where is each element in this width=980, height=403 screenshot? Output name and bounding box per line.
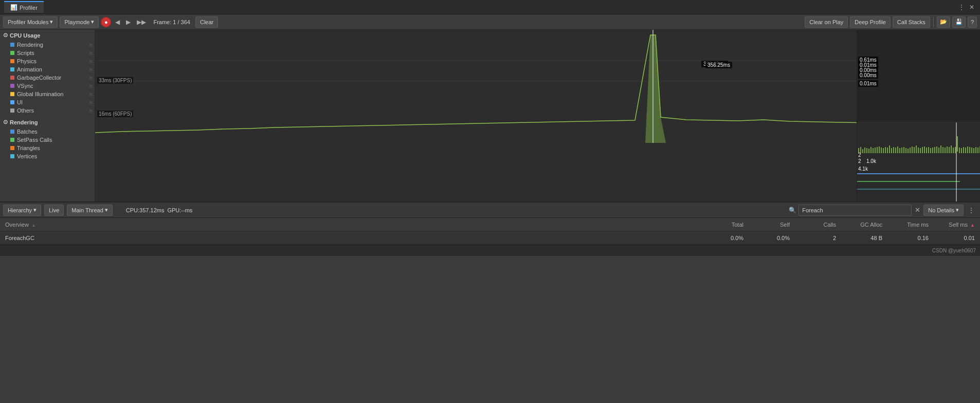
fps-60-label: 16ms (60FPS) <box>97 111 133 117</box>
deep-profile-button[interactable]: Deep Profile <box>850 16 891 28</box>
toolbar-separator <box>933 17 934 27</box>
physics-color-dot <box>10 59 14 63</box>
hierarchy-dropdown[interactable]: Hierarchy ▾ <box>3 205 41 216</box>
cell-self: 0.0% <box>747 235 793 241</box>
scripts-color-dot <box>10 51 14 55</box>
more-options-icon[interactable]: ⋮ <box>957 3 966 11</box>
hierarchy-label: Hierarchy <box>8 207 32 213</box>
live-button[interactable]: Live <box>44 205 64 216</box>
svg-rect-57 <box>961 148 962 153</box>
rendering-section-label: Rendering <box>10 119 38 125</box>
record-button[interactable]: ● <box>101 17 111 27</box>
mini-label-4k: 4.1k <box>858 166 868 172</box>
deep-profile-label: Deep Profile <box>855 19 886 25</box>
col-header-calls[interactable]: Calls <box>793 222 839 228</box>
rendering-section-icon: ⊙ <box>3 119 8 125</box>
more-options-button[interactable]: ⋮ <box>966 206 977 214</box>
vsync-color-dot <box>10 84 14 88</box>
rendering-section-header[interactable]: ⊙ Rendering <box>0 117 95 127</box>
batches-color-dot <box>10 130 14 134</box>
svg-rect-44 <box>934 147 935 153</box>
record-icon: ● <box>104 19 108 25</box>
col-header-self-ms[interactable]: Self ms ▲ <box>932 222 978 228</box>
mini-tooltip-right: 0.01ms <box>858 80 878 87</box>
svg-rect-18 <box>881 148 882 153</box>
frame-counter: Frame: 1 / 364 <box>150 19 193 25</box>
gi-label: Global Illumination <box>17 91 64 97</box>
toolbar-right: Clear on Play Deep Profile Call Stacks 📂… <box>805 16 977 28</box>
toolbar: Profiler Modules ▾ Playmode ▾ ● ◀ ▶ ▶▶ F… <box>0 14 980 30</box>
col-header-gc-alloc[interactable]: GC Alloc <box>839 222 885 228</box>
svg-rect-43 <box>932 148 933 153</box>
svg-rect-36 <box>918 148 919 153</box>
sidebar-item-ui[interactable]: UI ≡ <box>0 98 95 106</box>
sidebar-item-gi[interactable]: Global Illumination ≡ <box>0 90 95 98</box>
sort-icon: ▲ <box>31 223 36 228</box>
animation-color-dot <box>10 67 14 71</box>
profiler-tab[interactable]: 📊 Profiler <box>4 1 44 13</box>
sidebar-item-batches[interactable]: Batches <box>0 127 95 136</box>
profiler-modules-button[interactable]: Profiler Modules ▾ <box>3 16 58 28</box>
svg-rect-38 <box>922 147 923 153</box>
col-header-overview[interactable]: Overview ▲ <box>2 222 700 228</box>
sidebar-item-animation[interactable]: Animation ≡ <box>0 65 95 74</box>
sidebar-item-triangles[interactable]: Triangles <box>0 144 95 152</box>
sidebar-item-vertices[interactable]: Vertices <box>0 152 95 160</box>
vertices-label: Vertices <box>17 153 37 159</box>
svg-rect-22 <box>889 145 890 153</box>
step-back-button[interactable]: ◀ <box>113 17 122 27</box>
drag-handle-icon: ≡ <box>89 75 93 81</box>
close-icon[interactable]: ✕ <box>968 3 976 11</box>
call-stacks-button[interactable]: Call Stacks <box>893 16 930 28</box>
skip-end-button[interactable]: ▶▶ <box>135 17 148 27</box>
vertices-color-dot <box>10 154 14 158</box>
clear-button[interactable]: Clear <box>195 16 218 28</box>
mini-label-2-mid: 2 <box>858 158 861 164</box>
save-button[interactable]: 💾 <box>952 16 966 28</box>
drag-handle-icon: ≡ <box>89 91 93 97</box>
gi-color-dot <box>10 92 14 96</box>
sidebar-item-vsync[interactable]: VSync ≡ <box>0 82 95 90</box>
setpass-color-dot <box>10 138 14 142</box>
sidebar-item-others[interactable]: Others ≡ <box>0 106 95 115</box>
load-button[interactable]: 📂 <box>937 16 950 28</box>
modules-label: Profiler Modules <box>8 19 48 25</box>
svg-rect-55 <box>957 136 958 152</box>
search-input[interactable] <box>798 205 912 216</box>
col-header-time-ms[interactable]: Time ms <box>885 222 932 228</box>
col-header-total[interactable]: Total <box>700 222 747 228</box>
thread-dropdown[interactable]: Main Thread ▾ <box>67 205 113 216</box>
mini-label-2-top: 2 <box>858 152 861 158</box>
search-clear-button[interactable]: ✕ <box>914 206 921 214</box>
col-header-self[interactable]: Self <box>747 222 793 228</box>
clear-on-play-label: Clear on Play <box>809 19 843 25</box>
sidebar-item-physics[interactable]: Physics ≡ <box>0 57 95 65</box>
step-forward-button[interactable]: ▶ <box>124 17 133 27</box>
thread-label: Main Thread <box>71 207 103 213</box>
sidebar-item-scripts[interactable]: Scripts ≡ <box>0 49 95 57</box>
svg-rect-10 <box>864 148 865 153</box>
search-icon: 🔍 <box>789 207 796 214</box>
svg-rect-37 <box>920 148 921 153</box>
drag-handle-icon: ≡ <box>89 50 93 56</box>
drag-handle-icon: ≡ <box>89 100 93 105</box>
no-details-dropdown[interactable]: No Details ▾ <box>923 205 964 216</box>
sidebar-item-rendering[interactable]: Rendering ≡ <box>0 41 95 49</box>
svg-rect-12 <box>868 149 869 153</box>
help-icon: ? <box>971 19 974 25</box>
mini-timeline[interactable]: 0.61ms 0.01ms 0.00ms 0.00ms 0.01ms 2 2 1… <box>857 30 980 202</box>
table-row[interactable]: ForeachGC 0.0% 0.0% 2 48 B 0.16 0.01 <box>0 231 980 245</box>
cpu-usage-section-header[interactable]: ⊙ CPU Usage <box>0 30 95 41</box>
status-bar: CSDN @yueh0607 <box>0 245 980 256</box>
chart-area[interactable]: 33ms (30FPS) 16ms (60FPS) 356.25ms 356.2… <box>95 30 857 202</box>
help-button[interactable]: ? <box>968 16 977 28</box>
batches-label: Batches <box>17 129 38 135</box>
sidebar-item-gc[interactable]: GarbageCollector ≡ <box>0 74 95 82</box>
cell-overview: ForeachGC <box>2 235 700 241</box>
playmode-button[interactable]: Playmode ▾ <box>60 16 99 28</box>
gc-color-dot <box>10 76 14 80</box>
svg-rect-56 <box>959 148 960 153</box>
sidebar-item-setpass[interactable]: SetPass Calls <box>0 136 95 144</box>
clear-on-play-button[interactable]: Clear on Play <box>805 16 848 28</box>
svg-rect-30 <box>905 148 906 153</box>
